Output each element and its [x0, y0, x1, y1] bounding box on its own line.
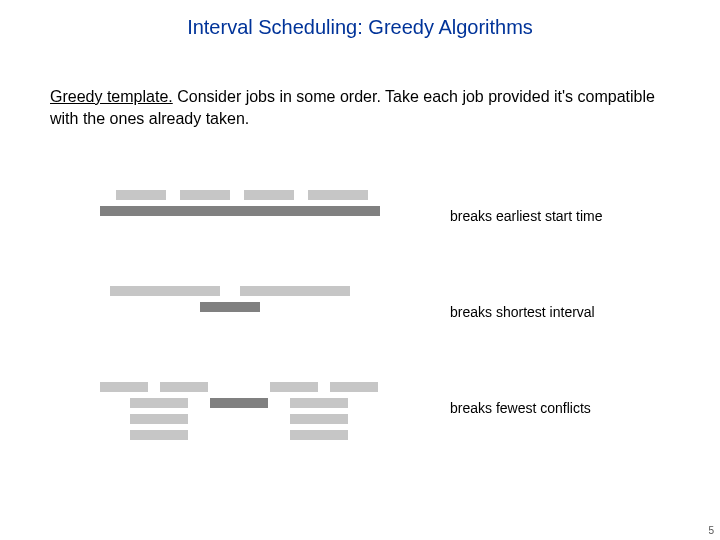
interval-bar	[130, 398, 188, 408]
interval-bar	[290, 430, 348, 440]
interval-bar	[330, 382, 378, 392]
interval-bar	[270, 382, 318, 392]
interval-bar	[240, 286, 350, 296]
example-caption: breaks fewest conflicts	[450, 400, 591, 416]
interval-bar	[290, 398, 348, 408]
interval-bar	[308, 190, 368, 200]
bars-group	[100, 286, 420, 356]
example-earliest-start: breaks earliest start time	[100, 190, 660, 260]
interval-bar	[110, 286, 220, 296]
slide: Interval Scheduling: Greedy Algorithms G…	[0, 0, 720, 540]
interval-bar	[200, 302, 260, 312]
bars-group	[100, 382, 420, 472]
interval-bar	[100, 382, 148, 392]
example-caption: breaks shortest interval	[450, 304, 595, 320]
interval-bar	[100, 206, 380, 216]
interval-bar	[180, 190, 230, 200]
interval-bar	[116, 190, 166, 200]
example-shortest-interval: breaks shortest interval	[100, 286, 660, 356]
interval-bar	[130, 414, 188, 424]
interval-bar	[210, 398, 268, 408]
body-text: Greedy template. Consider jobs in some o…	[50, 86, 680, 129]
example-fewest-conflicts: breaks fewest conflicts	[100, 382, 660, 472]
example-caption: breaks earliest start time	[450, 208, 603, 224]
counterexample-diagrams: breaks earliest start time breaks shorte…	[100, 190, 660, 498]
interval-bar	[244, 190, 294, 200]
interval-bar	[160, 382, 208, 392]
interval-bar	[130, 430, 188, 440]
lead-phrase: Greedy template.	[50, 88, 173, 105]
slide-title: Interval Scheduling: Greedy Algorithms	[0, 16, 720, 39]
bars-group	[100, 190, 420, 260]
page-number: 5	[708, 525, 714, 536]
interval-bar	[290, 414, 348, 424]
